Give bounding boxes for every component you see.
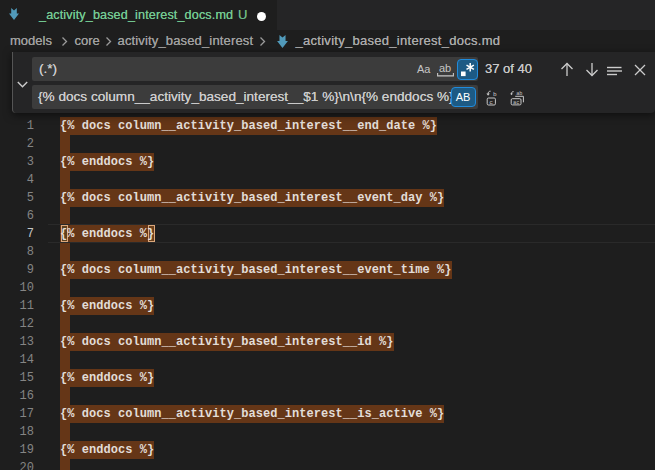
svg-text:ac: ac: [513, 100, 519, 106]
svg-text:ab: ab: [516, 91, 522, 97]
svg-text:b: b: [493, 91, 497, 98]
svg-text:c: c: [489, 99, 493, 106]
